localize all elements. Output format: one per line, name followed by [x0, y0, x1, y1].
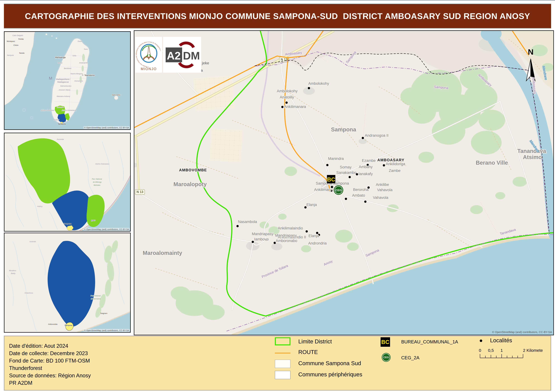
legend-swatch-commune-sampona-sud	[275, 360, 291, 368]
map-label: Maroalopoty	[174, 181, 207, 187]
locality-dot	[308, 87, 310, 89]
locality-label: Ankilimanara	[284, 105, 306, 109]
inset-label: Sampona	[65, 324, 72, 326]
legend-label-limite-district: Limite District	[298, 338, 332, 345]
legend-label-route: ROUTE	[298, 349, 318, 355]
locality-label: Vahavola	[373, 196, 388, 200]
road-shield-label: N 13	[281, 58, 288, 61]
legend-label-communes-peripheriques: Communes périphériques	[298, 371, 362, 377]
main-map-svg: N SamponaMaroalopotyMaroalomaintyBerano …	[134, 31, 554, 335]
locality-dot	[281, 106, 284, 108]
osm-attribution: © OpenStreetMap (and) contributors, CC-B…	[84, 228, 130, 231]
inset-map-district: IsoanalaMorafenoBekilyAntanimoraParc Nat…	[4, 233, 131, 333]
inset-label: Madagasikara /	[56, 78, 70, 80]
info-legend-panel: Date d'édition: Aout 2024Date de collect…	[4, 336, 551, 391]
inset-madagascar-svg: Cabo DelgadoPembaMontepuezChiúreNacalaNa…	[4, 32, 130, 129]
inset-label: Montepuez	[7, 40, 15, 42]
metadata-line: Fond de Carte: BD 100 FTM-OSM	[9, 357, 91, 364]
locality-label: Somay	[340, 165, 352, 169]
locality-dot	[285, 102, 288, 104]
title-bar: CARTOGRAPHIE DES INTERVENTIONS MIONJO CO…	[4, 4, 551, 29]
map-sheet: CARTOGRAPHIE DES INTERVENTIONS MIONJO CO…	[0, 0, 555, 392]
locality-dot	[367, 186, 370, 189]
a2dm-logo: A2 DM	[163, 37, 201, 73]
inset-label: gnaro	[91, 219, 95, 221]
inset-label: d'Andohahela	[91, 298, 101, 300]
locality-label: Iambovo	[254, 237, 269, 241]
inset-label: Chiúre	[13, 44, 18, 46]
inset-label: Atsinanana	[74, 80, 83, 82]
inset-map-madagascar: Cabo DelgadoPembaMontepuezChiúreNacalaNa…	[4, 31, 131, 130]
sampona-commune-highlight	[66, 322, 73, 331]
locality-label: Mandriapasy	[275, 233, 297, 238]
page-title: CARTOGRAPHIE DES INTERVENTIONS MIONJO CO…	[25, 11, 530, 21]
inset-label: Alaotra Mangoro	[70, 73, 83, 75]
metadata-line: Date d'édition: Aout 2024	[9, 342, 91, 350]
inset-label: Atsimo-Atsinanana	[95, 163, 109, 165]
inset-label: Boeny	[58, 62, 63, 64]
mionjo-logo-svg: « Soutien aux moyens de subsistance rési…	[135, 37, 162, 73]
inset-label: Mahajanga	[55, 56, 66, 58]
inset-label: Bekily	[11, 272, 15, 274]
inset-label: Antanimora	[24, 292, 33, 294]
osm-attribution: © OpenStreetMap (and) contributors, CC-B…	[84, 329, 130, 332]
a2dm-text-left: A2	[167, 50, 181, 62]
legend-swatch-bureau-communal: BC	[380, 337, 390, 347]
metadata-line: Source de données: Région Anosy	[9, 372, 91, 379]
inset-label: Pemba	[18, 38, 24, 40]
ceg-icon: CEG	[334, 185, 343, 195]
locality-dot	[364, 201, 366, 203]
road-shield-label: N 13	[137, 190, 143, 194]
locality-dot	[345, 198, 347, 200]
scale-tick-05: 0,5	[488, 348, 494, 353]
legend-swatch-communes-peripheriques	[275, 371, 291, 379]
map-label: Tanandava	[517, 148, 546, 154]
island-reunion	[114, 96, 118, 100]
locality-dot	[306, 230, 308, 232]
inset-label: Sampona	[64, 223, 72, 225]
map-label: Maroalomainty	[143, 250, 182, 256]
inset-label: Sava	[84, 48, 88, 50]
inset-label: Parc National	[92, 178, 102, 180]
inset-label: Ihorombe	[57, 106, 64, 108]
inset-label: Isoanala	[29, 241, 36, 243]
inset-label: Androy	[37, 205, 43, 207]
locality-label: Vahavola	[377, 188, 393, 192]
island	[51, 36, 52, 36]
locality-dot	[236, 225, 239, 227]
legend-label-commune-sampona-sud: Commune Sampona Sud	[298, 360, 361, 366]
locality-label: Ankilidonga	[386, 162, 405, 166]
osm-attribution: © OpenStreetMap (and) contributors, CC-B…	[492, 331, 552, 334]
ceg-icon: CEG	[382, 354, 390, 361]
inset-label: Sampona	[58, 123, 66, 125]
locality-dot	[362, 137, 364, 139]
legend-label-localites: Localités	[490, 337, 512, 343]
inset-label: Diana	[78, 40, 82, 42]
bureau-communal-icon: BC	[327, 175, 335, 183]
legend-label-bureau-communal: BUREAU_COMMUNAL_1A	[401, 339, 458, 345]
map-label: Berano Ville	[476, 160, 508, 166]
inset-label: M	[49, 76, 52, 80]
locality-label: Nasambola	[238, 220, 257, 224]
inset-label: Nampula	[7, 54, 14, 56]
inset-label: Betsiboka	[64, 67, 71, 69]
inset-label: Morafeno	[9, 270, 16, 272]
inset-label: Matsiatra Ambony	[57, 95, 70, 97]
inset-label: Toamasina	[84, 74, 95, 76]
locality-label: Androndria	[308, 241, 327, 245]
inset-district-svg: IsoanalaMorafenoBekilyAntanimoraParc Nat…	[4, 233, 130, 332]
inset-label: Vakinankaratra	[60, 85, 71, 87]
locality-dot	[356, 173, 358, 175]
inset-label: Amoron'i Mania	[59, 89, 70, 91]
scale-tick-0: 0	[479, 348, 481, 353]
field-grid	[210, 129, 243, 162]
metadata-line: Date de collecte: Decembre 2023	[9, 350, 91, 357]
locality-label: Ambolokohy	[308, 81, 329, 86]
a2dm-logo-svg: A2 DM	[163, 37, 201, 73]
map-label: AMBOVOMBE	[179, 168, 207, 172]
inset-label: Atsimo-Atsinanana	[62, 109, 76, 111]
scale-tick-1: 1	[501, 348, 503, 353]
a2dm-arc-bottom	[179, 63, 193, 67]
locality-label: Elanja	[308, 234, 319, 238]
inset-region-svg: IhorombeAtsimo-AtsinananaParc Nationalde…	[4, 133, 130, 231]
